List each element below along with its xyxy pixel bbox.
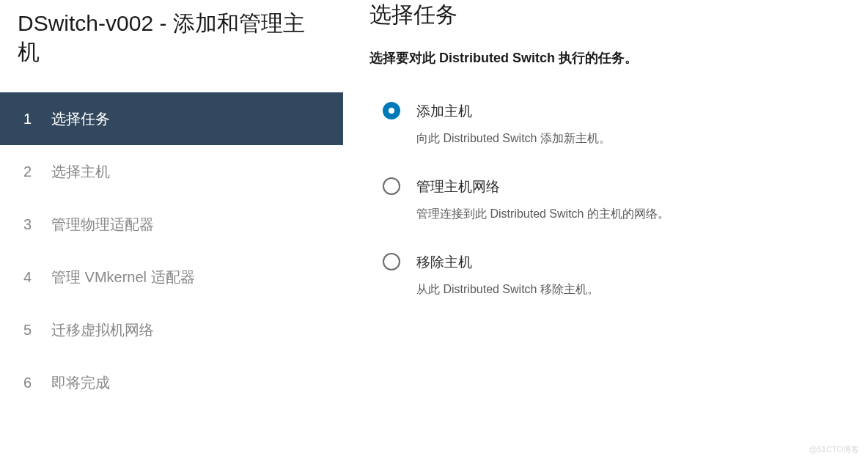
option-body: 管理主机网络 管理连接到此 Distributed Switch 的主机的网络。 <box>416 177 669 222</box>
step-manage-physical-adapters: 3 管理物理适配器 <box>0 198 343 251</box>
option-manage-host-networking[interactable]: 管理主机网络 管理连接到此 Distributed Switch 的主机的网络。 <box>369 177 842 222</box>
option-body: 移除主机 从此 Distributed Switch 移除主机。 <box>416 253 599 298</box>
wizard-steps: 1 选择任务 2 选择主机 3 管理物理适配器 4 管理 VMkernel 适配… <box>0 92 343 409</box>
page-title: 选择任务 <box>369 0 842 30</box>
option-add-hosts[interactable]: 添加主机 向此 Distributed Switch 添加新主机。 <box>369 102 842 147</box>
radio-icon[interactable] <box>383 253 400 270</box>
step-number: 2 <box>23 163 51 180</box>
step-label: 选择主机 <box>51 162 110 182</box>
watermark: @51CTO博客 <box>809 444 859 455</box>
step-label: 迁移虚拟机网络 <box>51 320 154 340</box>
step-ready-to-complete: 6 即将完成 <box>0 356 343 409</box>
option-desc: 向此 Distributed Switch 添加新主机。 <box>416 131 611 147</box>
step-manage-vmkernel-adapters: 4 管理 VMkernel 适配器 <box>0 251 343 303</box>
radio-icon[interactable] <box>383 177 400 195</box>
option-body: 添加主机 向此 Distributed Switch 添加新主机。 <box>416 102 611 147</box>
option-label[interactable]: 管理主机网络 <box>416 177 669 196</box>
step-number: 5 <box>23 322 51 339</box>
step-select-task[interactable]: 1 选择任务 <box>0 92 343 145</box>
option-remove-hosts[interactable]: 移除主机 从此 Distributed Switch 移除主机。 <box>369 253 842 298</box>
step-number: 1 <box>23 111 51 128</box>
step-label: 即将完成 <box>51 373 110 393</box>
step-label: 选择任务 <box>51 109 110 129</box>
wizard-sidebar: DSwitch-v002 - 添加和管理主机 1 选择任务 2 选择主机 3 管… <box>0 0 343 461</box>
radio-icon[interactable] <box>383 102 400 119</box>
option-desc: 管理连接到此 Distributed Switch 的主机的网络。 <box>416 207 669 222</box>
wizard-title: DSwitch-v002 - 添加和管理主机 <box>0 0 343 81</box>
option-label[interactable]: 添加主机 <box>416 102 611 121</box>
step-select-hosts: 2 选择主机 <box>0 145 343 198</box>
step-label: 管理 VMkernel 适配器 <box>51 268 195 287</box>
step-label: 管理物理适配器 <box>51 215 154 235</box>
step-number: 6 <box>23 375 51 391</box>
page-subtitle: 选择要对此 Distributed Switch 执行的任务。 <box>369 49 842 67</box>
option-desc: 从此 Distributed Switch 移除主机。 <box>416 282 599 298</box>
wizard-content: 选择任务 选择要对此 Distributed Switch 执行的任务。 添加主… <box>343 0 868 461</box>
step-number: 4 <box>23 269 51 286</box>
step-migrate-vm-networking: 5 迁移虚拟机网络 <box>0 303 343 356</box>
step-number: 3 <box>23 216 51 233</box>
option-label[interactable]: 移除主机 <box>416 253 599 272</box>
